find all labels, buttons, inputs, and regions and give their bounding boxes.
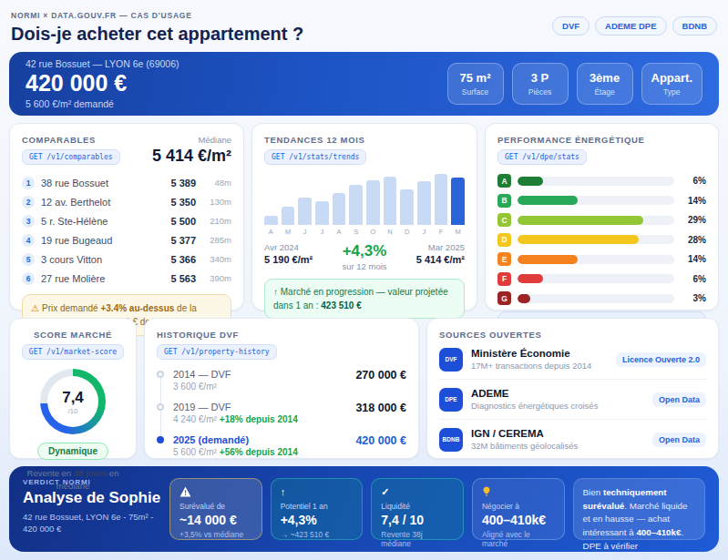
- comparable-row[interactable]: 2 12 av. Berthelot 5 350 130m: [22, 192, 231, 211]
- property-hero: 42 rue Bossuet — LYON 6e (69006) 420 000…: [9, 52, 719, 116]
- median-label: Médiane: [152, 135, 231, 145]
- badge-bdnb[interactable]: BDNB: [672, 16, 717, 36]
- trend-month-label: N: [384, 228, 397, 236]
- hero-price-block: 42 rue Bossuet — LYON 6e (69006) 420 000…: [26, 58, 179, 109]
- trend-month-label: M: [282, 228, 295, 236]
- score-value: 7,4: [62, 389, 84, 407]
- trend-end: Mar 2025 5 414 €/m²: [416, 242, 465, 265]
- hero-stats: 75 m² Surface 3 P Pièces 3ème Étage Appa…: [447, 63, 703, 105]
- verdict-tile-negotiate: Négocier à 400–410k€ Aligné avec le marc…: [472, 478, 565, 540]
- dpe-row-c: C 29%: [497, 213, 706, 227]
- trends-title: TENDANCES 12 MOIS: [264, 135, 465, 145]
- trend-month-label: J: [417, 228, 431, 236]
- trends-card: TENDANCES 12 MOIS GET /v1/stats/trends A…: [251, 123, 477, 311]
- trend-bar: [417, 181, 431, 225]
- verdict-summary-note: Bien techniquement surévalué. Marché liq…: [573, 478, 705, 540]
- trend-bars: [264, 174, 465, 225]
- trend-month-label: D: [400, 228, 414, 236]
- badge-ademe-dpe[interactable]: ADEME DPE: [595, 16, 666, 36]
- dpe-row-d: D 28%: [497, 233, 706, 247]
- trend-bar: [435, 174, 448, 225]
- trend-bar: [333, 193, 346, 225]
- verdict-panel: VERDICT NORMI Analyse de Sophie 42 rue B…: [9, 466, 719, 552]
- trend-month-label: A: [264, 228, 278, 236]
- market-projection-note: ↑ Marché en progression — valeur projeté…: [264, 279, 465, 319]
- license-badge[interactable]: Licence Ouverte 2.0: [616, 352, 706, 367]
- verdict-intro: VERDICT NORMI Analyse de Sophie 42 rue B…: [23, 478, 161, 540]
- trend-month-label: S: [349, 228, 363, 236]
- header-badges: DVF ADEME DPE BDNB: [552, 16, 717, 36]
- score-status-badge: Dynamique: [37, 443, 108, 460]
- badge-dvf[interactable]: DVF: [552, 16, 590, 36]
- verdict-subtitle: 42 rue Bossuet, LYON 6e - 75m² - 420 000…: [23, 511, 161, 535]
- verdict-tile-overvalued: Surévalué de ~14 000 € +3,5% vs médiane: [169, 478, 262, 540]
- timeline-dot-current: [157, 436, 164, 443]
- trend-month-label: M: [451, 228, 465, 236]
- bulb-icon: [482, 486, 555, 498]
- license-badge[interactable]: Open Data: [652, 433, 706, 447]
- history-endpoint-chip: GET /v1/property-history: [157, 344, 277, 360]
- warning-icon: ⚠: [31, 303, 39, 313]
- timeline-dot: [157, 403, 164, 411]
- comparables-list: 1 38 rue Bossuet 5 389 48m 2 12 av. Bert…: [22, 173, 231, 288]
- history-timeline: 2014 — DVF 3 600 €/m² 270 000 € 2019 — D…: [157, 369, 406, 467]
- page-title: Dois-je acheter cet appartement ?: [11, 24, 303, 45]
- trend-bar: [282, 207, 295, 225]
- trend-bar: [264, 216, 278, 225]
- history-entry-2014: 2014 — DVF 3 600 €/m² 270 000 €: [157, 369, 406, 402]
- trend-bar: [384, 177, 397, 225]
- comparable-row[interactable]: 3 5 r. Ste-Hélène 5 500 210m: [22, 211, 231, 230]
- source-row-bdnb: BDNB IGN / CEREMA 32M bâtiments géolocal…: [439, 420, 706, 459]
- trend-bar: [298, 198, 312, 225]
- stat-etage: 3ème Étage: [577, 63, 633, 105]
- comparables-card: COMPARABLES GET /v1/comparables Médiane …: [9, 123, 244, 311]
- dpe-row-g: G 3%: [497, 291, 706, 305]
- score-title: SCORE MARCHÉ: [17, 330, 128, 340]
- trend-bar: [349, 185, 363, 225]
- page: NORMI × DATA.GOUV.FR — CAS D'USAGE Dois-…: [0, 0, 728, 560]
- dpe-row-b: B 14%: [497, 194, 706, 208]
- comparables-endpoint-chip: GET /v1/comparables: [22, 149, 120, 165]
- verdict-title: Analyse de Sophie: [23, 489, 161, 507]
- trend-month-label: J: [315, 228, 329, 236]
- verdict-tile-potential: ↑ Potentiel 1 an +4,3% → ~423 510 €: [271, 478, 364, 540]
- stat-surface: 75 m² Surface: [447, 63, 504, 105]
- dpe-row-f: F 6%: [497, 272, 706, 286]
- trend-change: +4,3% sur 12 mois: [342, 242, 386, 271]
- sources-title: SOURCES OUVERTES: [439, 330, 706, 340]
- dpe-distribution: A 6% B 14% C 29% D 28%: [497, 174, 706, 305]
- trends-endpoint-chip: GET /v1/stats/trends: [264, 149, 366, 165]
- comparables-title: COMPARABLES: [22, 135, 120, 145]
- dpe-row-e: E 14%: [497, 252, 706, 266]
- comparable-row[interactable]: 6 27 rue Molière 5 563 390m: [22, 269, 231, 288]
- score-scale: /10: [68, 407, 77, 415]
- trend-month-label: A: [333, 228, 346, 236]
- verdict-tile-liquidity: ✓ Liquidité 7,4 / 10 Revente 38j médiane: [371, 478, 464, 540]
- verdict-eyebrow: VERDICT NORMI: [23, 478, 161, 486]
- warning-triangle-icon: [179, 486, 252, 498]
- comparable-row[interactable]: 1 38 rue Bossuet 5 389 48m: [22, 173, 231, 192]
- sources-card: SOURCES OUVERTES DVF Ministère Économie …: [426, 318, 719, 459]
- trend-month-labels: AMJJASONDJFM: [264, 228, 465, 236]
- median-value: 5 414 €/m²: [152, 147, 231, 166]
- bdnb-icon: BDNB: [439, 428, 463, 452]
- check-icon: ✓: [381, 486, 454, 498]
- dvf-icon: DVF: [439, 348, 463, 372]
- comparable-row[interactable]: 4 19 rue Bugeaud 5 377 285m: [22, 230, 231, 249]
- header-eyebrow: NORMI × DATA.GOUV.FR — CAS D'USAGE: [11, 11, 303, 20]
- header-titles: NORMI × DATA.GOUV.FR — CAS D'USAGE Dois-…: [11, 11, 303, 45]
- header: NORMI × DATA.GOUV.FR — CAS D'USAGE Dois-…: [9, 7, 719, 52]
- trend-month-label: O: [366, 228, 380, 236]
- dpe-icon: DPE: [439, 388, 463, 412]
- trend-bar: [451, 178, 465, 225]
- license-badge[interactable]: Open Data: [652, 392, 706, 407]
- trend-bar: [366, 180, 380, 225]
- stat-type: Appart. Type: [641, 63, 703, 105]
- dpe-endpoint-chip: GET /v1/dpe/stats: [497, 149, 587, 165]
- comparable-row[interactable]: 5 3 cours Vitton 5 366 340m: [22, 249, 231, 269]
- history-card: HISTORIQUE DVF GET /v1/property-history …: [144, 318, 419, 459]
- stat-pieces: 3 P Pièces: [512, 63, 569, 105]
- market-score-card: SCORE MARCHÉ GET /v1/market-score 7,4 /1…: [9, 318, 137, 459]
- score-gauge: 7,4 /10: [40, 369, 106, 434]
- hero-price: 420 000 €: [26, 71, 179, 97]
